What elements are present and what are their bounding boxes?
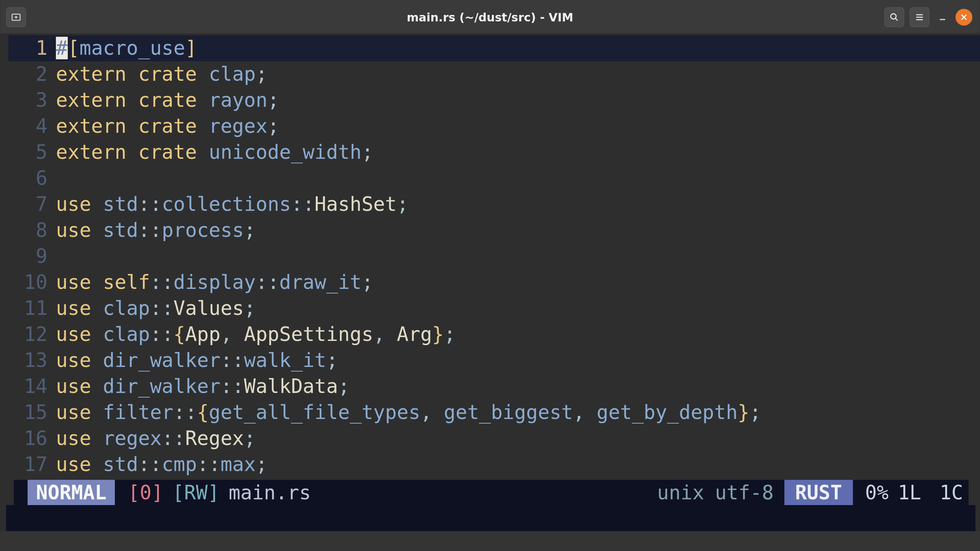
hamburger-icon <box>915 12 924 22</box>
code-line[interactable]: 4extern crate regex; <box>8 113 980 139</box>
status-col: 1C <box>940 481 963 504</box>
code-line[interactable]: 2extern crate clap; <box>8 61 980 87</box>
code-content: extern crate regex; <box>56 113 279 139</box>
status-readwrite: [RW] <box>172 481 219 504</box>
new-tab-button[interactable] <box>6 7 26 27</box>
code-content: use regex::Regex; <box>56 425 256 452</box>
line-number: 12 <box>8 321 56 347</box>
code-line[interactable]: 7use std::collections::HashSet; <box>8 191 980 217</box>
line-number: 15 <box>8 399 56 425</box>
status-line: 1L <box>898 481 921 504</box>
code-line[interactable]: 10use self::display::draw_it; <box>8 269 980 295</box>
line-number: 6 <box>8 165 56 191</box>
code-content: #[macro_use] <box>56 35 197 61</box>
code-line[interactable]: 16use regex::Regex; <box>8 425 980 452</box>
statusbar: NORMAL [0] [RW] main.rs unix utf-8 RUST … <box>14 480 969 505</box>
code-content: use filter::{get_all_file_types, get_big… <box>56 399 761 425</box>
status-encoding: utf-8 <box>715 481 774 504</box>
tab-plus-icon <box>11 12 21 23</box>
line-number: 9 <box>8 243 56 269</box>
line-number: 5 <box>8 139 56 165</box>
line-number: 4 <box>8 113 56 139</box>
titlebar-left <box>0 7 26 27</box>
code-line[interactable]: 6 <box>8 165 980 191</box>
line-number: 7 <box>8 191 56 217</box>
editor[interactable]: 1#[macro_use]2extern crate clap;3extern … <box>6 35 980 478</box>
code-line[interactable]: 12use clap::{App, AppSettings, Arg}; <box>8 321 980 347</box>
titlebar-right <box>884 7 972 27</box>
desktop-void <box>0 531 980 551</box>
line-number: 16 <box>8 425 56 452</box>
status-mode: NORMAL <box>28 480 115 505</box>
line-number: 13 <box>8 347 56 373</box>
code-line[interactable]: 3extern crate rayon; <box>8 87 980 113</box>
line-number: 10 <box>8 269 56 295</box>
code-line[interactable]: 11use clap::Values; <box>8 295 980 321</box>
code-line[interactable]: 8use std::process; <box>8 217 980 243</box>
code-content: use dir_walker::WalkData; <box>56 373 350 399</box>
code-content: use clap::Values; <box>56 295 256 321</box>
command-line[interactable] <box>6 505 975 531</box>
status-filename: main.rs <box>229 481 311 504</box>
line-number: 17 <box>8 452 56 478</box>
search-icon <box>889 12 899 22</box>
status-error-count: [0] <box>128 481 163 504</box>
line-number: 8 <box>8 217 56 243</box>
minimize-button[interactable] <box>935 8 950 27</box>
line-number: 11 <box>8 295 56 321</box>
line-number: 14 <box>8 373 56 399</box>
code-line[interactable]: 14use dir_walker::WalkData; <box>8 373 980 399</box>
status-lang: RUST <box>784 480 853 505</box>
close-icon <box>960 13 968 21</box>
code-content: use std::collections::HashSet; <box>56 191 408 217</box>
code-content: extern crate unicode_width; <box>56 139 373 165</box>
code-content: use std::cmp::max; <box>56 452 268 478</box>
code-line[interactable]: 5extern crate unicode_width; <box>8 139 980 165</box>
code-content: extern crate clap; <box>56 61 268 87</box>
line-number: 3 <box>8 87 56 113</box>
code-content: extern crate rayon; <box>56 87 279 113</box>
svg-point-3 <box>891 14 896 19</box>
code-line[interactable]: 1#[macro_use] <box>8 35 980 61</box>
svg-line-4 <box>895 18 897 20</box>
status-fileformat: unix <box>657 481 704 504</box>
close-button[interactable] <box>956 9 972 26</box>
code-content: use std::process; <box>56 217 256 243</box>
editor-viewport[interactable]: 1#[macro_use]2extern crate clap;3extern … <box>6 35 980 478</box>
minimize-icon <box>938 13 947 22</box>
code-line[interactable]: 9 <box>8 243 980 269</box>
menu-button[interactable] <box>910 7 929 27</box>
code-content: use dir_walker::walk_it; <box>56 347 338 373</box>
code-line[interactable]: 17use std::cmp::max; <box>8 452 980 478</box>
titlebar: main.rs (~/dust/src) - VIM <box>0 0 980 34</box>
code-line[interactable]: 15use filter::{get_all_file_types, get_b… <box>8 399 980 425</box>
search-button[interactable] <box>884 7 904 27</box>
status-percent: 0% <box>865 481 889 504</box>
window-title: main.rs (~/dust/src) - VIM <box>407 11 573 24</box>
line-number: 2 <box>8 61 56 87</box>
line-number: 1 <box>8 35 56 61</box>
code-line[interactable]: 13use dir_walker::walk_it; <box>8 347 980 373</box>
code-content: use clap::{App, AppSettings, Arg}; <box>56 321 456 347</box>
code-content: use self::display::draw_it; <box>56 269 373 295</box>
